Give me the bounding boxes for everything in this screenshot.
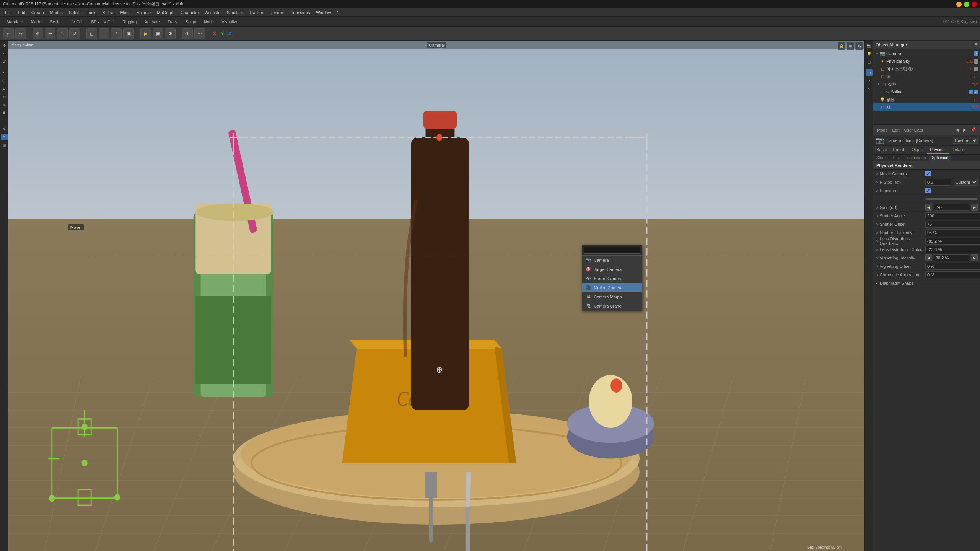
- cm-item-target-camera[interactable]: 🎯 Target Camera: [582, 265, 642, 274]
- attr-enable-chromatic[interactable]: ○: [876, 272, 878, 277]
- attr-enable-gain[interactable]: ○: [876, 205, 878, 210]
- menu-select[interactable]: Select: [66, 10, 83, 16]
- point-button[interactable]: ·: [99, 28, 109, 39]
- menu-volume[interactable]: Volume: [134, 10, 154, 16]
- obj-item-camera[interactable]: 📷 Camera ✓: [873, 50, 980, 57]
- attr-subtab-composition[interactable]: Composition: [902, 155, 929, 161]
- lt-weld[interactable]: ⊗: [1, 126, 8, 132]
- lt-scale[interactable]: ⤡: [1, 50, 8, 57]
- menu-file[interactable]: File: [2, 10, 15, 16]
- attr-checkbox-movie-camera[interactable]: [925, 171, 931, 176]
- vrs-object-btn[interactable]: ◻: [866, 58, 873, 65]
- attr-checkbox-exposure[interactable]: [925, 188, 931, 193]
- attr-enable-shutter-offset[interactable]: ○: [876, 222, 878, 227]
- scale-button[interactable]: ⤡: [57, 28, 68, 39]
- layout-uv-edit[interactable]: UV Edit: [66, 19, 86, 25]
- lt-bend[interactable]: ⌒: [1, 117, 8, 124]
- attr-enable-exposure[interactable]: ○: [876, 188, 878, 193]
- lt-active[interactable]: ≡: [1, 134, 8, 140]
- menu-spline[interactable]: Spline: [100, 10, 117, 16]
- cm-item-camera[interactable]: 📷 Camera: [582, 256, 642, 265]
- attr-nav-back[interactable]: ◀: [954, 127, 960, 133]
- menu-character[interactable]: Character: [178, 10, 202, 16]
- attr-vign-int-inc[interactable]: ▶: [971, 254, 978, 261]
- attr-edit-btn[interactable]: Edit: [891, 127, 901, 133]
- menu-simulate[interactable]: Simulate: [224, 10, 246, 16]
- render-settings-button[interactable]: ⚙: [165, 28, 176, 39]
- lt-cursor[interactable]: ↖: [1, 69, 8, 76]
- vrs-expand-btn[interactable]: ⤢: [866, 77, 873, 84]
- vrs-light-btn[interactable]: 💡: [866, 50, 873, 57]
- attr-enable-movie-cam[interactable]: ○: [876, 171, 878, 176]
- menu-mograph[interactable]: MoGraph: [154, 10, 177, 16]
- layout-sculpt[interactable]: Sculpt: [47, 19, 65, 25]
- poly-button[interactable]: ▣: [123, 28, 134, 39]
- minimize-button[interactable]: [956, 2, 962, 7]
- attr-vign-int-dec[interactable]: ◀: [925, 254, 932, 261]
- menu-modes[interactable]: Modes: [47, 10, 65, 16]
- attr-subtab-spherical[interactable]: Spherical: [929, 155, 951, 161]
- obj-item-physical-sky[interactable]: ☀ Physical Sky ◻ ◻: [873, 57, 980, 65]
- attr-input-lens-quad[interactable]: [925, 238, 980, 245]
- menu-mesh[interactable]: Mesh: [118, 10, 133, 16]
- vrs-grid-btn[interactable]: ⊞: [866, 69, 873, 76]
- attr-enable-vignett-int[interactable]: ○: [876, 256, 878, 260]
- layout-script[interactable]: Script: [182, 19, 199, 25]
- attr-nav-fwd[interactable]: ▶: [962, 127, 968, 133]
- attr-input-lens-cubic[interactable]: [925, 246, 980, 253]
- attr-input-shutter-efficiency[interactable]: [925, 229, 980, 236]
- render-region-button[interactable]: ▣: [153, 28, 163, 39]
- lt-knife[interactable]: ✂: [1, 93, 8, 100]
- attr-input-vignetting-intensity[interactable]: [934, 254, 969, 261]
- layout-animate[interactable]: Animate: [141, 19, 163, 25]
- attr-mode-btn[interactable]: Mode: [876, 127, 889, 133]
- lt-text[interactable]: A: [1, 109, 8, 116]
- object-button[interactable]: ◻: [86, 28, 97, 39]
- context-menu-search-input[interactable]: [584, 247, 640, 254]
- obj-item-light[interactable]: 💡 광원 ◻ ◻: [873, 96, 980, 103]
- attr-input-gain[interactable]: [934, 204, 969, 211]
- cm-item-motion-camera[interactable]: 🎥 Motion Camera: [582, 283, 642, 292]
- vrs-camera-btn[interactable]: 📷: [866, 42, 873, 49]
- layout-rigging[interactable]: Rigging: [119, 19, 140, 25]
- attr-tab-basic[interactable]: Basic: [873, 146, 890, 154]
- menu-animate[interactable]: Animate: [202, 10, 223, 16]
- attr-pin-btn[interactable]: 📌: [969, 127, 978, 133]
- lt-grid[interactable]: ⊞: [1, 142, 8, 148]
- layout-bp-uv[interactable]: BP - UV Edit: [88, 19, 118, 25]
- close-button[interactable]: [972, 2, 977, 7]
- attr-enable-lens-cubic[interactable]: ○: [876, 247, 878, 252]
- vp-lock-btn[interactable]: 🔒: [838, 42, 845, 50]
- layout-visualize[interactable]: Visualize: [218, 19, 241, 25]
- layout-node[interactable]: Node: [201, 19, 217, 25]
- attr-input-shutter-offset[interactable]: [925, 221, 980, 228]
- menu-tools[interactable]: Tools: [84, 10, 99, 16]
- attr-input-fstop[interactable]: [925, 179, 951, 186]
- cm-item-stereo-camera[interactable]: 👁 Stereo Camera: [582, 274, 642, 283]
- attr-enable-fstop[interactable]: ○: [876, 180, 878, 184]
- vp-settings-btn[interactable]: ⚙: [855, 42, 863, 50]
- cm-item-camera-crane[interactable]: 🏗 Camera Crane: [582, 302, 642, 311]
- redo-button[interactable]: ↪: [15, 28, 26, 39]
- attr-tab-object[interactable]: Object: [908, 146, 927, 154]
- attr-input-shutter-angle[interactable]: [925, 212, 980, 219]
- lt-move[interactable]: ✜: [1, 42, 8, 49]
- menu-tracker[interactable]: Tracker: [247, 10, 266, 16]
- layout-track[interactable]: Track: [164, 19, 181, 25]
- cm-item-camera-morph[interactable]: 📽 Camera Morph: [582, 292, 642, 302]
- attr-enable-shutter-eff[interactable]: ○: [876, 230, 878, 235]
- menu-create[interactable]: Create: [29, 10, 47, 16]
- menu-render[interactable]: Render: [267, 10, 286, 16]
- menu-edit[interactable]: Edit: [15, 10, 28, 16]
- obj-item-sa[interactable]: ◻ 사 ◻ ◻: [873, 103, 980, 111]
- attr-input-vignetting-offset[interactable]: [925, 263, 980, 270]
- menu-extensions[interactable]: Extensions: [287, 10, 313, 16]
- attr-tab-details[interactable]: Details: [949, 146, 968, 154]
- lt-paint[interactable]: 🖌: [1, 85, 8, 92]
- attr-enable-shutter-angle[interactable]: ○: [876, 214, 878, 218]
- obj-item-disease[interactable]: ◻ 질환 ◻ ◻: [873, 80, 980, 88]
- attr-subtab-stereoscopic[interactable]: Stereoscopic: [873, 155, 902, 161]
- attr-gain-inc[interactable]: ▶: [971, 204, 978, 211]
- attr-mode-select[interactable]: Custom Physical: [952, 137, 978, 144]
- obj-item-circle[interactable]: ◻ ① ◻ ◻: [873, 73, 980, 80]
